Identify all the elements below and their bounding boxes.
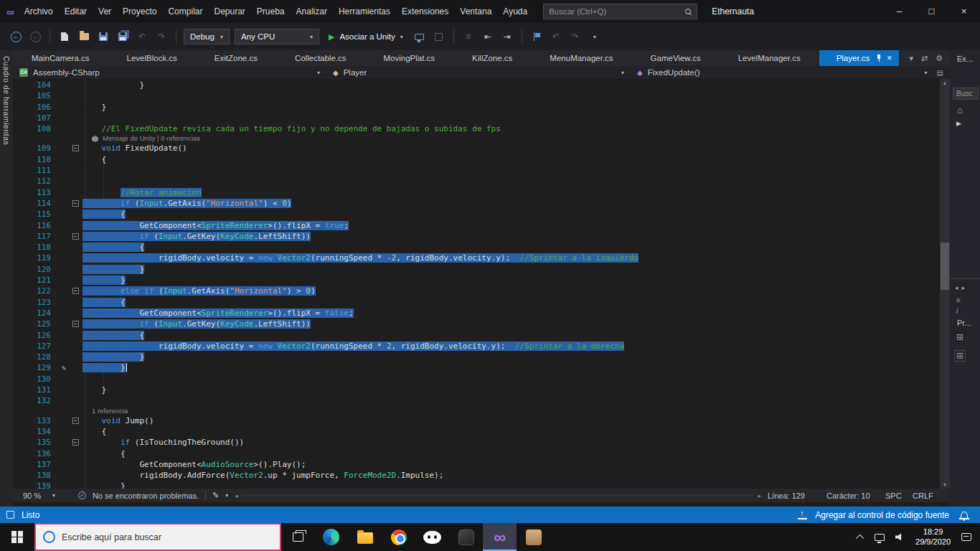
save-all-icon[interactable]	[116, 29, 130, 44]
menu-depurar[interactable]: Depurar	[208, 0, 250, 23]
fold-margin[interactable]: −	[72, 415, 83, 426]
horizontal-scrollbar[interactable]: ◂ ▸	[235, 492, 761, 499]
minimize-button[interactable]: –	[883, 0, 915, 23]
code-text[interactable]: if (Input.GetKey(KeyCode.LeftShift))	[83, 231, 940, 242]
attach-to-unity-button[interactable]: ▶ Asociar a Unity ▾	[324, 32, 407, 42]
fold-margin[interactable]: −	[72, 231, 83, 242]
menu-ver[interactable]: Ver	[93, 0, 117, 23]
code-text[interactable]: GetComponent<SpriteRenderer>().flipX = f…	[83, 308, 940, 319]
task-view-button[interactable]	[281, 523, 314, 551]
tab-menumanager[interactable]: MenuManager.cs	[531, 50, 631, 66]
close-tab-icon[interactable]: ×	[887, 55, 892, 62]
scroll-left-icon[interactable]: ◂	[235, 492, 238, 499]
fold-margin[interactable]	[72, 426, 83, 437]
fold-margin[interactable]: −	[72, 437, 83, 448]
fold-collapse-icon[interactable]: −	[72, 200, 79, 207]
open-file-icon[interactable]	[77, 29, 91, 44]
promote-tab-icon[interactable]: ⇄	[921, 54, 928, 63]
tab-collectable[interactable]: Collectable.cs	[276, 50, 365, 66]
code-lines[interactable]: 104 }105106 }107108 //El FixedUpdate rev…	[13, 79, 940, 489]
scroll-up-icon[interactable]: ▲	[940, 80, 950, 85]
fold-margin[interactable]	[72, 470, 83, 481]
save-icon[interactable]	[96, 29, 110, 44]
background-tasks-icon[interactable]	[6, 511, 14, 519]
toolbox-tab[interactable]: Cuadro de herramientas	[0, 50, 13, 507]
fold-collapse-icon[interactable]: −	[72, 233, 79, 240]
taskbar-app-edge[interactable]	[314, 523, 348, 551]
split-editor-icon[interactable]: ▤	[937, 69, 943, 77]
redo-icon[interactable]: ↷	[154, 29, 169, 44]
fold-margin[interactable]	[72, 341, 83, 352]
fold-margin[interactable]	[72, 187, 83, 198]
debug-target-dropdown[interactable]: Debug▾	[184, 29, 230, 44]
tab-exitzone[interactable]: ExitZone.cs	[196, 50, 276, 66]
fold-margin[interactable]	[72, 459, 83, 470]
menu-ventana[interactable]: Ventana	[454, 0, 497, 23]
fold-margin[interactable]	[72, 448, 83, 459]
fold-collapse-icon[interactable]: −	[72, 145, 79, 151]
code-text[interactable]: {	[83, 330, 940, 341]
solution-explorer-title[interactable]: Ex...	[957, 55, 973, 63]
home-icon[interactable]: ⌂	[957, 105, 963, 116]
code-text[interactable]: GetComponent<AudioSource>().Play();	[83, 459, 940, 470]
attach-to-process-icon[interactable]	[413, 29, 427, 44]
add-to-source-control-button[interactable]: Agregar al control de código fuente	[815, 510, 949, 520]
scroll-down-icon[interactable]: ▼	[940, 482, 950, 487]
codelens-text[interactable]: 1 referencia	[92, 407, 128, 415]
code-text[interactable]: }	[83, 264, 940, 275]
code-editor[interactable]: 104 }105106 }107108 //El FixedUpdate rev…	[13, 79, 950, 489]
document-health-icon[interactable]: ✓	[78, 491, 86, 499]
fold-margin[interactable]	[72, 242, 83, 253]
fold-margin[interactable]	[72, 123, 83, 134]
code-text[interactable]: {	[83, 209, 940, 220]
fold-margin[interactable]	[72, 90, 83, 101]
fold-margin[interactable]	[72, 481, 83, 489]
break-all-icon[interactable]: ≡	[461, 29, 476, 44]
tab-movingplat[interactable]: MovingPlat.cs	[365, 50, 454, 66]
pin-icon[interactable]	[875, 55, 881, 62]
tab-levelblock[interactable]: LevelBlock.cs	[108, 50, 196, 66]
navigate-back-icon[interactable]: ←	[9, 29, 23, 44]
code-text[interactable]: GetComponent<SpriteRenderer>().flipX = t…	[83, 220, 940, 231]
toolbar-overflow-icon[interactable]: ▾	[588, 29, 602, 44]
indent-increase-icon[interactable]: ⇥	[500, 29, 514, 44]
fold-margin[interactable]	[72, 209, 83, 220]
fold-margin[interactable]	[72, 330, 83, 341]
code-text[interactable]	[83, 90, 940, 101]
taskbar-app-visual-studio[interactable]	[483, 523, 517, 551]
line-indicator[interactable]: Línea: 129	[768, 491, 826, 500]
bookmark-icon[interactable]	[529, 29, 544, 44]
document-list-icon[interactable]: ▾	[909, 54, 913, 63]
tree-expander-icon[interactable]: ▶	[956, 120, 961, 127]
filter-icon[interactable]: ≡	[956, 296, 961, 304]
maximize-button[interactable]: □	[915, 0, 948, 23]
fold-margin[interactable]	[72, 308, 83, 319]
menu-compilar[interactable]: Compilar	[162, 0, 208, 23]
taskbar-app-explorer[interactable]	[348, 523, 382, 551]
notifications-bell-icon[interactable]	[961, 512, 968, 519]
fold-margin[interactable]	[72, 264, 83, 275]
tab-killzone[interactable]: KillZone.cs	[453, 50, 531, 66]
menu-herramientas[interactable]: Herramientas	[333, 0, 396, 23]
code-text[interactable]: if (Input.GetKey(KeyCode.LeftShift))	[83, 319, 940, 329]
code-text[interactable]: }	[83, 385, 940, 395]
fold-collapse-icon[interactable]: −	[72, 418, 79, 424]
solution-explorer-search-input[interactable]: Busc	[953, 88, 979, 100]
code-text[interactable]: }	[83, 362, 940, 373]
fold-collapse-icon[interactable]: −	[72, 439, 79, 446]
vertical-scrollbar[interactable]: ▲ ▼	[940, 79, 950, 489]
fold-margin[interactable]	[72, 220, 83, 231]
taskbar-app-chrome[interactable]	[382, 523, 415, 551]
fold-margin[interactable]	[72, 395, 83, 406]
insert-mode-indicator[interactable]: SPC	[885, 491, 913, 500]
hidden-icons-chevron-icon[interactable]	[856, 534, 864, 542]
network-icon[interactable]	[875, 534, 885, 541]
scrollbar-thumb[interactable]	[941, 242, 949, 290]
code-text[interactable]: void Jump()	[83, 415, 940, 426]
platform-dropdown[interactable]: Any CPU▾	[235, 29, 319, 44]
categorized-view-icon[interactable]: ⊞	[956, 332, 963, 342]
fold-collapse-icon[interactable]: −	[72, 288, 79, 294]
undo-icon[interactable]: ↶	[135, 29, 149, 44]
project-dropdown[interactable]: C# Assembly-CSharp ▾	[13, 66, 326, 79]
property-grid-icon[interactable]: ⊞	[954, 350, 966, 362]
